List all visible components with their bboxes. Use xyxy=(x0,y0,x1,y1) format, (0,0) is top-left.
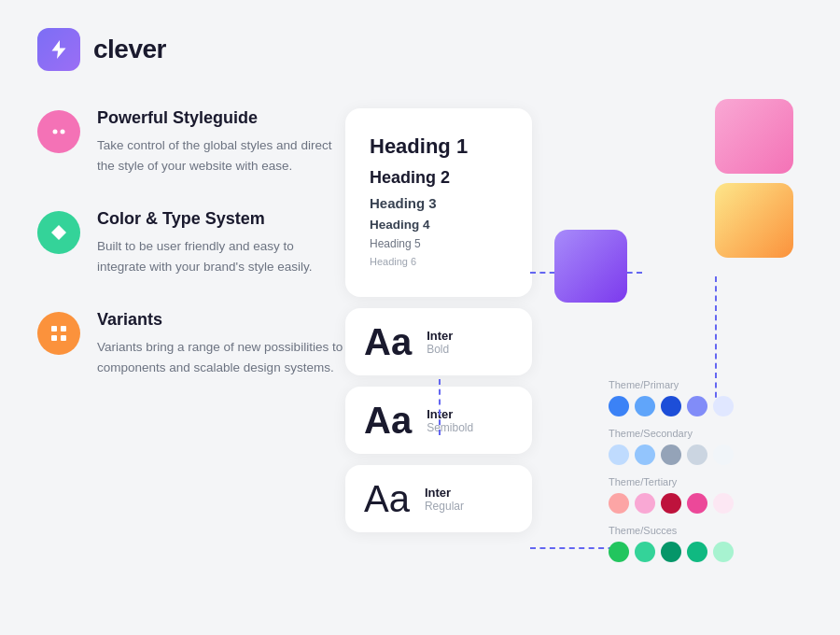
swatch-label-secondary: Theme/Secondary xyxy=(609,428,795,439)
main-content: Powerful Styleguide Take control of the … xyxy=(37,108,803,607)
swatch-success-5 xyxy=(713,542,734,562)
swatch-primary-1 xyxy=(609,396,629,416)
feature-desc-variants: Variants bring a range of new possibilit… xyxy=(97,337,345,377)
swatch-secondary-3 xyxy=(661,444,681,465)
swatch-tertiary-5 xyxy=(713,493,734,514)
swatch-group-tertiary: Theme/Tertiary xyxy=(609,476,795,514)
swatch-group-secondary: Theme/Secondary xyxy=(609,428,795,465)
feature-desc-color-type: Built to be user friendly and easy to in… xyxy=(97,236,345,276)
font-info-regular: Inter Regular xyxy=(425,486,464,513)
swatch-tertiary-2 xyxy=(635,493,655,514)
diamond-icon xyxy=(49,222,69,243)
swatch-label-tertiary: Theme/Tertiary xyxy=(609,476,795,487)
font-name-regular: Inter xyxy=(425,486,464,500)
svg-rect-2 xyxy=(51,326,57,332)
swatch-tertiary-3 xyxy=(661,493,681,514)
feature-styleguide: Powerful Styleguide Take control of the … xyxy=(37,108,345,176)
color-boxes-group xyxy=(715,99,793,258)
heading-6: Heading 6 xyxy=(370,256,508,267)
swatch-secondary-2 xyxy=(635,444,655,465)
left-panel: Powerful Styleguide Take control of the … xyxy=(37,108,345,607)
heading-5: Heading 5 xyxy=(370,237,508,250)
purple-color-box xyxy=(554,230,627,303)
heading-1: Heading 1 xyxy=(370,134,508,159)
font-aa-regular: Aa xyxy=(364,480,410,517)
logo-icon xyxy=(37,28,80,71)
feature-title-variants: Variants xyxy=(97,310,345,330)
grid-icon xyxy=(49,323,69,344)
swatch-primary-3 xyxy=(661,396,681,416)
heading-4: Heading 4 xyxy=(370,218,508,232)
font-name-semibold: Inter xyxy=(427,407,473,421)
dashed-line-v1 xyxy=(439,379,441,435)
color-box-pink xyxy=(715,99,793,174)
font-name-bold: Inter xyxy=(427,329,453,343)
swatches-secondary xyxy=(609,444,795,465)
heading-2: Heading 2 xyxy=(370,168,508,188)
swatches-tertiary xyxy=(609,493,795,514)
font-weight-semibold: Semibold xyxy=(427,421,473,434)
font-weight-regular: Regular xyxy=(425,500,464,513)
svg-rect-3 xyxy=(61,326,66,332)
swatch-group-success: Theme/Succes xyxy=(609,525,795,562)
font-aa-semibold: Aa xyxy=(364,402,412,439)
svg-rect-5 xyxy=(61,335,66,341)
feature-desc-styleguide: Take control of the global styles and di… xyxy=(97,135,345,176)
feature-content-styleguide: Powerful Styleguide Take control of the … xyxy=(97,108,345,176)
feature-icon-color-type xyxy=(37,211,80,254)
feature-title-styleguide: Powerful Styleguide xyxy=(97,108,345,128)
lightning-icon xyxy=(48,38,70,61)
svg-rect-4 xyxy=(51,335,57,341)
font-aa-bold: Aa xyxy=(364,323,412,360)
font-info-semibold: Inter Semibold xyxy=(427,407,473,434)
swatches-success xyxy=(609,542,795,562)
swatch-success-4 xyxy=(687,542,707,562)
swatch-primary-2 xyxy=(635,396,655,416)
swatch-tertiary-4 xyxy=(687,493,707,514)
feature-icon-styleguide xyxy=(37,110,80,153)
swatch-secondary-1 xyxy=(609,444,629,465)
feature-color-type: Color & Type System Built to be user fri… xyxy=(37,209,345,276)
color-box-orange xyxy=(715,183,793,258)
svg-point-1 xyxy=(61,130,65,134)
swatch-label-primary: Theme/Primary xyxy=(609,379,795,390)
swatch-primary-5 xyxy=(713,396,734,416)
feature-title-color-type: Color & Type System xyxy=(97,209,345,229)
swatch-label-success: Theme/Succes xyxy=(609,525,795,536)
font-weight-bold: Bold xyxy=(427,343,453,356)
dots-icon xyxy=(49,121,69,142)
feature-icon-variants xyxy=(37,312,80,355)
swatch-secondary-4 xyxy=(687,444,707,465)
feature-content-color-type: Color & Type System Built to be user fri… xyxy=(97,209,345,276)
font-card-bold: Aa Inter Bold xyxy=(345,308,532,375)
swatch-primary-4 xyxy=(687,396,707,416)
header: clever xyxy=(37,28,803,71)
swatch-success-3 xyxy=(661,542,681,562)
swatch-tertiary-1 xyxy=(609,493,629,514)
swatch-secondary-5 xyxy=(713,444,734,465)
font-card-regular: Aa Inter Regular xyxy=(345,465,532,532)
swatch-success-1 xyxy=(609,542,629,562)
feature-variants: Variants Variants bring a range of new p… xyxy=(37,310,345,377)
feature-content-variants: Variants Variants bring a range of new p… xyxy=(97,310,345,377)
swatches-primary xyxy=(609,396,795,416)
color-swatches-panel: Theme/Primary Theme/Secondary xyxy=(609,379,795,566)
svg-point-0 xyxy=(53,130,58,134)
logo-text: clever xyxy=(93,35,166,64)
middle-column: Heading 1 Heading 2 Heading 3 Heading 4 … xyxy=(345,108,532,607)
headings-card: Heading 1 Heading 2 Heading 3 Heading 4 … xyxy=(345,108,532,297)
heading-3: Heading 3 xyxy=(370,195,508,211)
swatch-success-2 xyxy=(635,542,655,562)
font-info-bold: Inter Bold xyxy=(427,329,453,356)
swatch-group-primary: Theme/Primary xyxy=(609,379,795,416)
right-panel: Heading 1 Heading 2 Heading 3 Heading 4 … xyxy=(345,108,803,607)
page-container: clever Powerful Styleguide Take control … xyxy=(0,0,840,635)
